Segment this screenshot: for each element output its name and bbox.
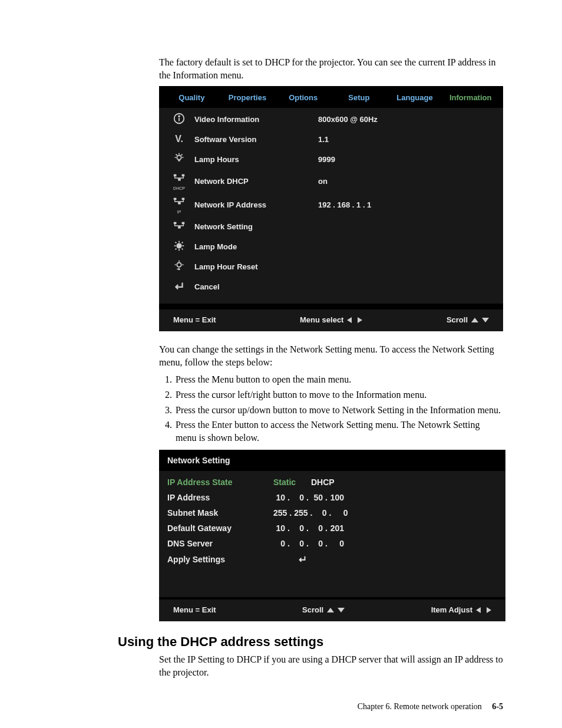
footer-menu-exit: Menu = Exit [173,315,216,324]
option-dhcp: DHCP [311,477,346,487]
label: Lamp Hours [194,155,318,164]
svg-line-25 [182,248,183,249]
info-icon [164,112,194,127]
list-item: 2.Press the cursor left/right button to … [159,388,503,401]
osd-tab-quality[interactable]: Quality [164,91,220,108]
row-software-version: V. Software Version 1.1 [164,129,498,149]
return-icon [164,279,194,294]
label: IP Address State [167,477,273,487]
svg-rect-14 [182,198,185,200]
svg-line-27 [176,248,177,249]
value: 1000201 [273,523,346,533]
page-footer: Chapter 6. Remote network operation 6-5 [358,702,503,711]
network-dhcp-icon: DHCP [164,172,194,190]
list-item: 4.Press the Enter button to access the N… [159,419,503,444]
label: Default Gateway [167,523,273,533]
svg-rect-16 [174,222,177,224]
osd-tab-language[interactable]: Language [387,91,443,108]
svg-rect-11 [182,174,185,177]
osd-body: IP Address State Static DHCP IP Address … [159,471,505,597]
svg-marker-37 [338,608,345,612]
svg-rect-17 [182,222,185,224]
paragraph-dhcp: Set the IP Setting to DHCP if you are us… [159,653,503,678]
row-video-info: Video Information 800x600 @ 60Hz [164,109,498,129]
footer-item-adjust: Item Adjust [431,605,491,614]
label: Apply Settings [167,555,273,564]
svg-point-1 [178,116,180,117]
value: 10050100 [273,493,346,502]
footer-chapter: Chapter 6. Remote network operation [358,702,482,711]
svg-point-19 [177,243,181,248]
svg-point-28 [177,262,181,266]
svg-marker-39 [487,607,491,613]
label: DNS Server [167,539,273,548]
footer-scroll: Scroll [447,315,489,324]
row-apply-settings[interactable]: Apply Settings [167,551,497,568]
label: Software Version [194,135,318,144]
section-heading-dhcp: Using the DHCP address settings [118,634,503,650]
option-static: Static [273,477,309,487]
osd-tab-information[interactable]: Information [442,91,498,108]
row-lamp-hour-reset[interactable]: Lamp Hour Reset [164,256,498,276]
svg-marker-32 [347,317,352,323]
row-network-ip: IP Network IP Address 192 . 168 . 1 . 1 [164,193,498,216]
label: Subnet Mask [167,508,273,518]
label: Lamp Hour Reset [194,262,318,271]
content-body: The factory default is set to DHCP for t… [0,0,562,679]
label: Cancel [194,282,318,291]
footer-menu-select: Menu select [300,315,362,324]
row-ip-address[interactable]: IP Address 10050100 [167,490,497,505]
osd-tab-setup[interactable]: Setup [331,91,387,108]
value: 25525500 [273,508,351,518]
osd-tab-properties[interactable]: Properties [220,91,276,108]
paragraph-network-setting-intro: You can change the settings in the Netwo… [159,343,503,368]
network-icon [164,219,194,234]
label: Video Information [194,115,318,124]
osd-body: Video Information 800x600 @ 60Hz V. Soft… [159,108,503,304]
svg-line-26 [182,242,183,243]
page: The factory default is set to DHCP for t… [0,0,562,728]
footer-page-number: 6-5 [484,702,503,711]
value: on [318,177,498,186]
svg-marker-38 [476,607,481,613]
list-item: 1.Press the Menu button to open the main… [159,373,503,386]
lamp-icon [164,152,194,167]
value: 800x600 @ 60Hz [318,115,498,124]
svg-marker-35 [482,318,489,322]
svg-rect-10 [174,174,177,177]
label: Network IP Address [194,200,318,209]
svg-point-3 [177,155,181,159]
lamp-mode-icon [164,239,194,254]
footer-menu-exit: Menu = Exit [173,605,216,614]
osd-footer: Menu = Exit Scroll Item Adjust [159,597,505,621]
label: Network DHCP [194,177,318,186]
row-lamp-hours: Lamp Hours 9999 [164,149,498,169]
svg-line-7 [176,154,177,155]
osd-network-setting: Network Setting IP Address State Static … [159,450,505,621]
value: 0000 [273,539,346,548]
version-icon: V. [164,134,194,144]
osd-tab-options[interactable]: Options [275,91,331,108]
network-ip-icon: IP [164,195,194,214]
svg-rect-13 [174,198,177,200]
label: Network Setting [194,222,318,231]
value: 1.1 [318,135,498,144]
osd-title: Network Setting [159,450,505,471]
row-subnet-mask[interactable]: Subnet Mask 25525500 [167,505,497,521]
label: Lamp Mode [194,242,318,251]
footer-scroll: Scroll [302,605,345,614]
lamp-reset-icon [164,259,194,274]
value: 192 . 168 . 1 . 1 [318,200,498,209]
osd-tabs: Quality Properties Options Setup Languag… [159,86,503,108]
value: 9999 [318,155,498,164]
row-dns-server[interactable]: DNS Server 0000 [167,536,497,551]
label: IP Address [167,493,273,502]
svg-marker-36 [327,608,334,612]
row-network-setting[interactable]: Network Setting [164,216,498,236]
svg-marker-33 [358,317,362,323]
row-default-gateway[interactable]: Default Gateway 1000201 [167,521,497,536]
row-ip-state[interactable]: IP Address State Static DHCP [167,475,497,490]
row-cancel[interactable]: Cancel [164,276,498,297]
row-lamp-mode[interactable]: Lamp Mode [164,236,498,256]
svg-line-24 [176,242,177,243]
